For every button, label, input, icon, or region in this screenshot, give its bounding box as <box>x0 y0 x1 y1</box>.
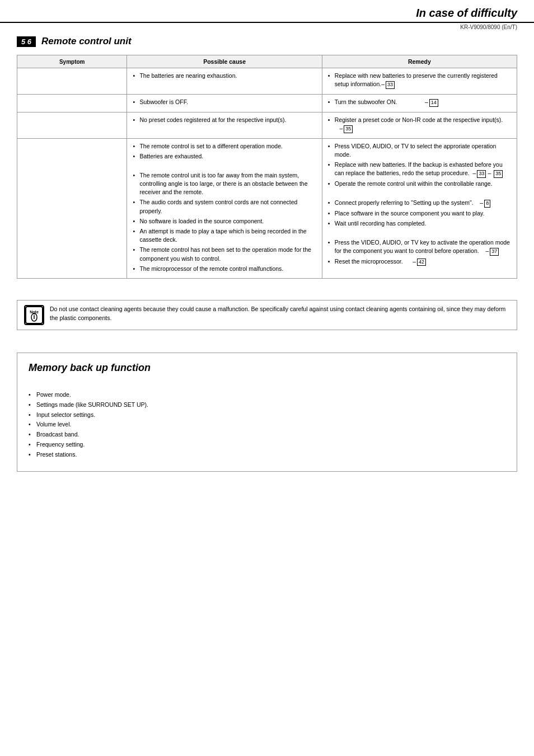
page: In case of difficulty KR-V9090/8090 (En/… <box>0 0 534 756</box>
note-icon-svg: Note <box>25 306 43 324</box>
symptom-cell <box>17 68 127 95</box>
symptom-cell <box>17 94 127 112</box>
memory-title: Memory back up function <box>29 362 505 374</box>
model-number: KR-V9090/8090 (En/T) <box>0 23 534 32</box>
table-row: The remote control is set to a different… <box>17 138 517 279</box>
section-header: 5 6 Remote control unit <box>0 32 534 50</box>
cause-item: The remote control unit is too far away … <box>133 171 316 197</box>
memory-item: Frequency setting. <box>29 440 505 449</box>
memory-item: Input selector settings. <box>29 411 505 420</box>
page-title: In case of difficulty <box>416 7 517 20</box>
memory-item: Settings made (like SURROUND SET UP). <box>29 401 505 410</box>
ref-box: 35 <box>494 170 503 178</box>
ref-box: 33 <box>477 170 486 178</box>
memory-item: Power mode. <box>29 391 505 400</box>
table-row: The batteries are nearing exhaustion. Re… <box>17 68 517 95</box>
header: In case of difficulty <box>0 0 534 23</box>
remedy-item: Place software in the source component y… <box>328 209 511 218</box>
remedy-item: Replace with new batteries to preserve t… <box>328 72 511 89</box>
remedy-item: Connect properly referring to "Setting u… <box>328 199 511 208</box>
remedy-cell: Replace with new batteries to preserve t… <box>322 68 517 95</box>
symptom-cell <box>17 112 127 138</box>
ref-box: 35 <box>344 125 353 133</box>
remedy-item: Press VIDEO, AUDIO, or TV to select the … <box>328 142 511 159</box>
table-row: Subwoofer is OFF. Turn the subwoofer ON.… <box>17 94 517 112</box>
memory-item: Broadcast band. <box>29 430 505 439</box>
memory-list: Power mode. Settings made (like SURROUND… <box>29 391 505 459</box>
note-section: Note Do not use contact cleaning agents … <box>17 300 517 330</box>
cause-item: The batteries are nearing exhaustion. <box>133 72 316 80</box>
cause-item: An attempt is made to play a tape which … <box>133 227 316 244</box>
ref-box: 8 <box>484 200 490 208</box>
remedy-cell: Turn the subwoofer ON. –14 <box>322 94 517 112</box>
remedy-item: Wait until recording has completed. <box>328 219 511 228</box>
ref-box: 42 <box>417 259 426 266</box>
remedy-cell: Press VIDEO, AUDIO, or TV to select the … <box>322 138 517 279</box>
ref-box: 14 <box>429 99 438 107</box>
ref-box: 37 <box>490 248 499 256</box>
cause-item: The microprocessor of the remote control… <box>133 265 316 273</box>
remedy-item: Operate the remote control unit within t… <box>328 180 511 188</box>
cause-cell: Subwoofer is OFF. <box>127 94 322 112</box>
cause-item: The remote control is set to a different… <box>133 142 316 151</box>
remedy-item: Turn the subwoofer ON. –14 <box>328 98 511 107</box>
cause-cell: The batteries are nearing exhaustion. <box>127 68 322 95</box>
remedy-item: Press the VIDEO, AUDIO, or TV key to act… <box>328 238 511 256</box>
cause-item: Batteries are exhausted. <box>133 152 316 161</box>
note-text: Do not use contact cleaning agents becau… <box>50 305 510 323</box>
cause-item: No preset codes registered at for the re… <box>133 116 316 124</box>
cause-item: The audio cords and system control cords… <box>133 198 316 215</box>
memory-section: Memory back up function Power mode. Sett… <box>17 353 517 472</box>
svg-point-4 <box>34 313 35 314</box>
remedy-item: Register a preset code or Non-IR code at… <box>328 116 511 133</box>
cause-item: The remote control has not been set to t… <box>133 246 316 262</box>
memory-item: Preset stations. <box>29 450 505 459</box>
remedy-item: Reset the microprocessor. –42 <box>328 257 511 266</box>
col-header-symptom: Symptom <box>17 55 127 68</box>
col-header-remedy: Remedy <box>322 55 517 68</box>
cause-cell: The remote control is set to a different… <box>127 138 322 279</box>
table-row: No preset codes registered at for the re… <box>17 112 517 138</box>
memory-item: Volume level. <box>29 420 505 429</box>
note-icon: Note <box>24 305 44 325</box>
cause-cell: No preset codes registered at for the re… <box>127 112 322 138</box>
section-badge: 5 6 <box>17 36 36 47</box>
table-container: Symptom Possible cause Remedy The batter… <box>0 55 534 290</box>
ref-box: 33 <box>386 81 395 89</box>
col-header-cause: Possible cause <box>127 55 322 68</box>
cause-item: No software is loaded in the source comp… <box>133 217 316 226</box>
symptom-cell <box>17 138 127 279</box>
section-title: Remote control unit <box>41 36 132 47</box>
remedy-cell: Register a preset code or Non-IR code at… <box>322 112 517 138</box>
cause-item: Subwoofer is OFF. <box>133 98 316 106</box>
remedy-item: Replace with new batteries. If the backu… <box>328 161 511 178</box>
trouble-table: Symptom Possible cause Remedy The batter… <box>17 55 517 279</box>
